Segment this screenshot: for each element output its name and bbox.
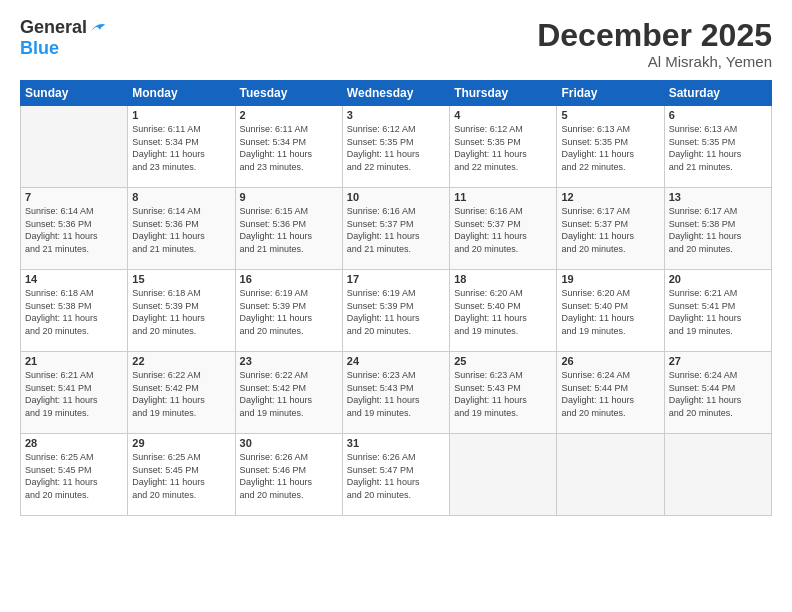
table-row: 1Sunrise: 6:11 AMSunset: 5:34 PMDaylight… [128, 106, 235, 188]
col-thursday: Thursday [450, 81, 557, 106]
day-number: 29 [132, 437, 230, 449]
day-info: Sunrise: 6:15 AMSunset: 5:36 PMDaylight:… [240, 205, 338, 255]
col-wednesday: Wednesday [342, 81, 449, 106]
day-number: 26 [561, 355, 659, 367]
day-info: Sunrise: 6:25 AMSunset: 5:45 PMDaylight:… [25, 451, 123, 501]
day-number: 12 [561, 191, 659, 203]
day-number: 25 [454, 355, 552, 367]
table-row: 21Sunrise: 6:21 AMSunset: 5:41 PMDayligh… [21, 352, 128, 434]
header: General Blue December 2025 Al Misrakh, Y… [20, 18, 772, 70]
day-number: 14 [25, 273, 123, 285]
day-info: Sunrise: 6:14 AMSunset: 5:36 PMDaylight:… [25, 205, 123, 255]
table-row: 30Sunrise: 6:26 AMSunset: 5:46 PMDayligh… [235, 434, 342, 516]
day-number: 9 [240, 191, 338, 203]
day-number: 13 [669, 191, 767, 203]
calendar-week-row: 1Sunrise: 6:11 AMSunset: 5:34 PMDaylight… [21, 106, 772, 188]
day-info: Sunrise: 6:18 AMSunset: 5:38 PMDaylight:… [25, 287, 123, 337]
title-block: December 2025 Al Misrakh, Yemen [537, 18, 772, 70]
calendar-week-row: 14Sunrise: 6:18 AMSunset: 5:38 PMDayligh… [21, 270, 772, 352]
table-row: 20Sunrise: 6:21 AMSunset: 5:41 PMDayligh… [664, 270, 771, 352]
table-row: 22Sunrise: 6:22 AMSunset: 5:42 PMDayligh… [128, 352, 235, 434]
table-row: 6Sunrise: 6:13 AMSunset: 5:35 PMDaylight… [664, 106, 771, 188]
calendar-week-row: 7Sunrise: 6:14 AMSunset: 5:36 PMDaylight… [21, 188, 772, 270]
day-number: 31 [347, 437, 445, 449]
table-row: 9Sunrise: 6:15 AMSunset: 5:36 PMDaylight… [235, 188, 342, 270]
day-number: 18 [454, 273, 552, 285]
day-info: Sunrise: 6:23 AMSunset: 5:43 PMDaylight:… [454, 369, 552, 419]
table-row: 15Sunrise: 6:18 AMSunset: 5:39 PMDayligh… [128, 270, 235, 352]
day-info: Sunrise: 6:22 AMSunset: 5:42 PMDaylight:… [240, 369, 338, 419]
table-row [450, 434, 557, 516]
day-number: 4 [454, 109, 552, 121]
day-info: Sunrise: 6:24 AMSunset: 5:44 PMDaylight:… [669, 369, 767, 419]
table-row: 31Sunrise: 6:26 AMSunset: 5:47 PMDayligh… [342, 434, 449, 516]
day-number: 1 [132, 109, 230, 121]
day-info: Sunrise: 6:17 AMSunset: 5:38 PMDaylight:… [669, 205, 767, 255]
table-row: 7Sunrise: 6:14 AMSunset: 5:36 PMDaylight… [21, 188, 128, 270]
day-number: 21 [25, 355, 123, 367]
month-title: December 2025 [537, 18, 772, 53]
table-row: 8Sunrise: 6:14 AMSunset: 5:36 PMDaylight… [128, 188, 235, 270]
table-row: 14Sunrise: 6:18 AMSunset: 5:38 PMDayligh… [21, 270, 128, 352]
day-number: 6 [669, 109, 767, 121]
day-number: 28 [25, 437, 123, 449]
day-number: 11 [454, 191, 552, 203]
col-monday: Monday [128, 81, 235, 106]
table-row: 2Sunrise: 6:11 AMSunset: 5:34 PMDaylight… [235, 106, 342, 188]
table-row: 19Sunrise: 6:20 AMSunset: 5:40 PMDayligh… [557, 270, 664, 352]
day-info: Sunrise: 6:17 AMSunset: 5:37 PMDaylight:… [561, 205, 659, 255]
table-row: 27Sunrise: 6:24 AMSunset: 5:44 PMDayligh… [664, 352, 771, 434]
day-info: Sunrise: 6:23 AMSunset: 5:43 PMDaylight:… [347, 369, 445, 419]
day-number: 16 [240, 273, 338, 285]
day-info: Sunrise: 6:13 AMSunset: 5:35 PMDaylight:… [561, 123, 659, 173]
table-row: 28Sunrise: 6:25 AMSunset: 5:45 PMDayligh… [21, 434, 128, 516]
day-number: 30 [240, 437, 338, 449]
table-row: 10Sunrise: 6:16 AMSunset: 5:37 PMDayligh… [342, 188, 449, 270]
table-row [557, 434, 664, 516]
table-row: 26Sunrise: 6:24 AMSunset: 5:44 PMDayligh… [557, 352, 664, 434]
table-row: 29Sunrise: 6:25 AMSunset: 5:45 PMDayligh… [128, 434, 235, 516]
day-info: Sunrise: 6:24 AMSunset: 5:44 PMDaylight:… [561, 369, 659, 419]
calendar-week-row: 21Sunrise: 6:21 AMSunset: 5:41 PMDayligh… [21, 352, 772, 434]
col-friday: Friday [557, 81, 664, 106]
day-number: 8 [132, 191, 230, 203]
day-info: Sunrise: 6:21 AMSunset: 5:41 PMDaylight:… [669, 287, 767, 337]
day-info: Sunrise: 6:26 AMSunset: 5:46 PMDaylight:… [240, 451, 338, 501]
table-row [664, 434, 771, 516]
day-number: 3 [347, 109, 445, 121]
day-info: Sunrise: 6:20 AMSunset: 5:40 PMDaylight:… [561, 287, 659, 337]
day-info: Sunrise: 6:12 AMSunset: 5:35 PMDaylight:… [454, 123, 552, 173]
day-info: Sunrise: 6:26 AMSunset: 5:47 PMDaylight:… [347, 451, 445, 501]
day-info: Sunrise: 6:19 AMSunset: 5:39 PMDaylight:… [347, 287, 445, 337]
day-number: 5 [561, 109, 659, 121]
day-info: Sunrise: 6:19 AMSunset: 5:39 PMDaylight:… [240, 287, 338, 337]
page: General Blue December 2025 Al Misrakh, Y… [0, 0, 792, 612]
table-row: 4Sunrise: 6:12 AMSunset: 5:35 PMDaylight… [450, 106, 557, 188]
day-number: 7 [25, 191, 123, 203]
table-row: 17Sunrise: 6:19 AMSunset: 5:39 PMDayligh… [342, 270, 449, 352]
day-info: Sunrise: 6:21 AMSunset: 5:41 PMDaylight:… [25, 369, 123, 419]
table-row: 23Sunrise: 6:22 AMSunset: 5:42 PMDayligh… [235, 352, 342, 434]
day-number: 15 [132, 273, 230, 285]
day-info: Sunrise: 6:14 AMSunset: 5:36 PMDaylight:… [132, 205, 230, 255]
day-number: 10 [347, 191, 445, 203]
col-saturday: Saturday [664, 81, 771, 106]
table-row: 16Sunrise: 6:19 AMSunset: 5:39 PMDayligh… [235, 270, 342, 352]
day-info: Sunrise: 6:18 AMSunset: 5:39 PMDaylight:… [132, 287, 230, 337]
day-number: 23 [240, 355, 338, 367]
table-row: 5Sunrise: 6:13 AMSunset: 5:35 PMDaylight… [557, 106, 664, 188]
day-number: 2 [240, 109, 338, 121]
day-number: 20 [669, 273, 767, 285]
day-info: Sunrise: 6:13 AMSunset: 5:35 PMDaylight:… [669, 123, 767, 173]
logo-text-general: General [20, 18, 87, 38]
table-row: 11Sunrise: 6:16 AMSunset: 5:37 PMDayligh… [450, 188, 557, 270]
col-tuesday: Tuesday [235, 81, 342, 106]
table-row: 3Sunrise: 6:12 AMSunset: 5:35 PMDaylight… [342, 106, 449, 188]
day-number: 24 [347, 355, 445, 367]
day-info: Sunrise: 6:16 AMSunset: 5:37 PMDaylight:… [454, 205, 552, 255]
table-row [21, 106, 128, 188]
col-sunday: Sunday [21, 81, 128, 106]
table-row: 25Sunrise: 6:23 AMSunset: 5:43 PMDayligh… [450, 352, 557, 434]
table-row: 24Sunrise: 6:23 AMSunset: 5:43 PMDayligh… [342, 352, 449, 434]
day-info: Sunrise: 6:22 AMSunset: 5:42 PMDaylight:… [132, 369, 230, 419]
